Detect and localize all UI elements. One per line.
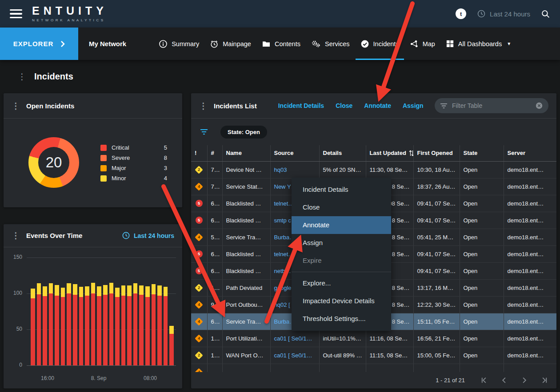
menu-item-incident-details[interactable]: Incident Details bbox=[292, 181, 391, 198]
filter-list-icon[interactable] bbox=[200, 129, 208, 135]
legend-swatch bbox=[100, 155, 107, 161]
bar-segment-minor-events bbox=[31, 289, 35, 299]
filter-chip-row: State: Open bbox=[191, 119, 556, 145]
cell-source[interactable]: ca01 [ Se0/1… bbox=[270, 347, 319, 364]
bar bbox=[133, 283, 138, 365]
severity-diamond-icon: 4 bbox=[195, 368, 203, 372]
donut-total: 20 bbox=[28, 137, 79, 188]
tab-all-dashboards[interactable]: All Dashboards▼ bbox=[441, 28, 516, 60]
column-header-number[interactable]: # bbox=[207, 145, 222, 161]
incidents-list-header: ⋮ Incidents List Incident DetailsCloseAn… bbox=[191, 93, 556, 119]
cell-name: Blacklisted … bbox=[222, 195, 270, 212]
panel-menu-icon[interactable]: ⋮ bbox=[199, 102, 208, 110]
incident-row[interactable]: 21…WAN Port O…ca01 [ Se0/1…Out-util 89% … bbox=[191, 347, 556, 364]
bar-segment-minor-events bbox=[133, 283, 138, 293]
bar-segment-minor-events bbox=[157, 285, 162, 296]
column-header-state[interactable]: State bbox=[460, 145, 504, 161]
hamburger-menu-icon[interactable] bbox=[10, 9, 22, 18]
page-menu-icon[interactable]: ⋮ bbox=[18, 72, 26, 81]
cell-last-updated: 11:30, 08 Se… bbox=[366, 161, 413, 178]
app-logo: ENTUITY NETWORK ANALYTICS bbox=[32, 5, 108, 22]
previous-page-icon[interactable] bbox=[500, 376, 508, 384]
last-page-icon[interactable] bbox=[540, 376, 548, 384]
column-header-last-updated[interactable]: Last Updated bbox=[366, 145, 413, 161]
bar-segment-critical-events bbox=[152, 294, 156, 365]
tab-label: All Dashboards bbox=[458, 40, 502, 48]
action-annotate[interactable]: Annotate bbox=[364, 102, 391, 109]
bar-segment-minor-events bbox=[97, 286, 101, 297]
menu-item-expire: Expire bbox=[292, 252, 391, 269]
table-header-row: !#NameSourceDetailsLast UpdatedFirst Ope… bbox=[191, 145, 556, 161]
cell-source[interactable]: hq03 bbox=[270, 161, 319, 178]
cell-severity: 4 bbox=[191, 313, 207, 330]
bar-segment-critical-events bbox=[127, 296, 132, 365]
incident-row[interactable]: 41…Port Utilizati…ca01 [ Se0/1…inUtil=10… bbox=[191, 330, 556, 347]
action-assign[interactable]: Assign bbox=[403, 102, 424, 109]
next-page-icon[interactable] bbox=[520, 376, 528, 384]
panel-menu-icon[interactable]: ⋮ bbox=[12, 231, 20, 240]
tab-mainpage[interactable]: Mainpage bbox=[205, 28, 256, 60]
menu-item-close[interactable]: Close bbox=[292, 198, 391, 216]
cell-number: 6… bbox=[207, 245, 222, 262]
search-icon[interactable] bbox=[541, 9, 550, 19]
column-header-severity[interactable]: ! bbox=[191, 145, 207, 161]
cell-first-opened: 15:11, 05 Fe… bbox=[413, 313, 460, 330]
cell-name: Blacklisted … bbox=[222, 245, 270, 262]
column-header-server[interactable]: Server bbox=[504, 145, 556, 161]
menu-item-threshold-settings[interactable]: Threshold Settings.... bbox=[292, 310, 391, 328]
events-time-range[interactable]: Last 24 hours bbox=[122, 231, 174, 240]
menu-item-impacted-device-details[interactable]: Impacted Device Details bbox=[292, 292, 391, 310]
cell-server: demo18.ent… bbox=[504, 229, 556, 245]
bar bbox=[169, 326, 174, 365]
bar-segment-critical-events bbox=[164, 296, 168, 365]
menu-item-annotate[interactable]: Annotate bbox=[292, 216, 391, 234]
clear-filter-icon[interactable] bbox=[535, 102, 543, 110]
first-page-icon[interactable] bbox=[480, 376, 488, 384]
action-close[interactable]: Close bbox=[336, 102, 352, 109]
open-incidents-panel: ⋮ Open Incidents 20 Critical5Severe8Majo… bbox=[4, 93, 182, 207]
cell-source[interactable] bbox=[270, 364, 319, 372]
column-label: Name bbox=[226, 150, 242, 156]
cell-source[interactable]: ca01 [ Se0/1… bbox=[270, 330, 319, 347]
tab-services[interactable]: Services bbox=[306, 28, 355, 60]
state-filter-chip[interactable]: State: Open bbox=[220, 126, 267, 139]
cell-state: Open bbox=[460, 195, 504, 212]
cell-details: 5% of 20 SN… bbox=[319, 161, 366, 178]
column-label: State bbox=[464, 150, 478, 156]
tips-icon[interactable]: t bbox=[456, 8, 466, 19]
tab-summary[interactable]: Summary bbox=[154, 28, 204, 60]
column-header-details[interactable]: Details bbox=[319, 145, 366, 161]
tab-map[interactable]: Map bbox=[405, 28, 440, 60]
cell-name: Port Outbou… bbox=[222, 296, 270, 313]
cell-details: Out-util 89% … bbox=[319, 347, 366, 364]
cell-first-opened: 09:41, 07 Se… bbox=[413, 212, 460, 229]
bar bbox=[73, 284, 77, 365]
menu-item-assign[interactable]: Assign bbox=[292, 234, 391, 252]
severity-diamond-icon: 4 bbox=[195, 182, 203, 190]
cell-name: Service Tra… bbox=[222, 229, 270, 245]
column-header-source[interactable]: Source bbox=[270, 145, 319, 161]
menu-item-explore[interactable]: Explore... bbox=[292, 274, 391, 292]
bar-segment-critical-events bbox=[97, 296, 101, 365]
context-label[interactable]: My Network bbox=[89, 40, 126, 48]
filter-table-input[interactable] bbox=[452, 102, 531, 109]
bar bbox=[164, 287, 168, 365]
bar bbox=[61, 288, 65, 365]
global-time-range[interactable]: Last 24 hours bbox=[477, 9, 530, 18]
tab-incidents[interactable]: Incidents bbox=[356, 28, 404, 60]
y-axis-label: 150 bbox=[4, 254, 22, 260]
column-header-first-opened[interactable]: First Opened bbox=[413, 145, 460, 161]
severity-circle-icon: 5 bbox=[195, 250, 203, 258]
panel-menu-icon[interactable]: ⋮ bbox=[12, 102, 20, 110]
bar-segment-critical-events bbox=[103, 295, 108, 365]
tab-contents[interactable]: Contents bbox=[257, 28, 305, 60]
severity-diamond-icon: 4 bbox=[195, 233, 203, 241]
bar-segment-minor-events bbox=[103, 285, 108, 295]
incident-row[interactable]: 4 bbox=[191, 364, 556, 372]
incident-row[interactable]: 27…Device Not …hq035% of 20 SN…11:30, 08… bbox=[191, 161, 556, 178]
cell-severity: 4 bbox=[191, 178, 207, 195]
cell-state: Open bbox=[460, 262, 504, 279]
column-header-name[interactable]: Name bbox=[222, 145, 270, 161]
action-incident-details[interactable]: Incident Details bbox=[278, 102, 324, 109]
explorer-button[interactable]: EXPLORER bbox=[0, 28, 78, 60]
